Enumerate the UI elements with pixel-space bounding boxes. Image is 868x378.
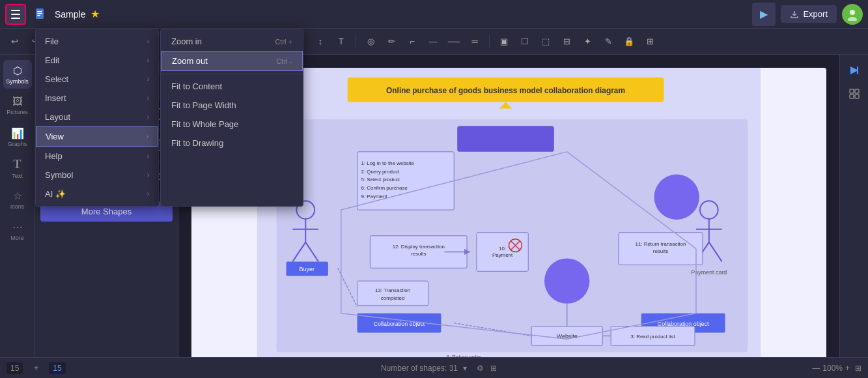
style-button[interactable]: ⊟: [557, 33, 576, 51]
sidebar-item-graphs[interactable]: 📊 Graphs: [3, 123, 32, 151]
pen-tool[interactable]: ✏: [382, 33, 400, 51]
menu-item-file[interactable]: File ›: [36, 32, 158, 51]
hamburger-icon: [11, 10, 20, 19]
svg-text:12: Display transaction: 12: Display transaction: [393, 244, 445, 250]
fit-content-label: Fit to Content: [171, 81, 222, 91]
fill-button[interactable]: ⬚: [537, 33, 555, 51]
svg-rect-90: [857, 66, 858, 74]
svg-text:Payment: Payment: [492, 252, 513, 258]
menu-select-label: Select: [45, 74, 68, 84]
menu-help-label: Help: [45, 151, 63, 161]
chevron-right-icon: ›: [147, 133, 148, 140]
chevron-right-icon: ›: [147, 190, 149, 197]
export-button[interactable]: Export: [781, 5, 837, 23]
user-avatar[interactable]: [842, 4, 863, 25]
sidebar-item-more[interactable]: ⋯ More: [3, 216, 32, 245]
menu-item-view[interactable]: View ›: [36, 126, 158, 147]
fit-whole-page-label: Fit to Whole Page: [171, 119, 238, 129]
chevron-right-icon: ›: [147, 57, 149, 64]
format-text-button[interactable]: T: [332, 33, 350, 51]
svg-rect-3: [37, 15, 40, 16]
chevron-right-icon: ›: [147, 171, 149, 179]
border-button[interactable]: ▣: [495, 33, 513, 51]
svg-text:3: Read product list: 3: Read product list: [630, 334, 675, 340]
sidebar-label-graphs: Graphs: [8, 141, 27, 147]
zoom-level: 100%: [822, 364, 843, 373]
page-label: 15: [10, 364, 19, 373]
play-button[interactable]: ▶: [752, 3, 776, 26]
layout-icon[interactable]: ⊞: [490, 364, 497, 373]
menu-item-edit[interactable]: Edit ›: [36, 51, 158, 70]
svg-text:results: results: [653, 249, 668, 255]
line-spacing-button[interactable]: ↕: [311, 33, 329, 51]
favorite-star[interactable]: ★: [91, 8, 100, 20]
sidebar-item-icons[interactable]: ☆ Icons: [3, 185, 32, 214]
fit-button[interactable]: ⊞: [855, 364, 861, 373]
zoom-out-item[interactable]: Zoom out Ctrl -: [161, 51, 303, 71]
menu-item-insert[interactable]: Insert ›: [36, 89, 158, 108]
svg-rect-31: [457, 126, 554, 152]
sidebar-label-text: Text: [12, 173, 23, 179]
shapes-menu-btn[interactable]: ▾: [463, 364, 467, 373]
edit-button[interactable]: ✎: [599, 33, 617, 51]
right-sidebar-btn-2[interactable]: [844, 83, 865, 104]
settings-icon[interactable]: ⚙: [472, 360, 488, 376]
svg-text:10:: 10:: [499, 246, 506, 252]
link-button[interactable]: ⊞: [641, 33, 659, 51]
submenu-separator: [161, 74, 303, 74]
shapes-count: Number of shapes: 31 ▾ ⚙ ⊞: [71, 360, 807, 376]
line-ends[interactable]: ═: [466, 33, 484, 51]
page-number-ctrl: 15: [7, 362, 23, 374]
svg-text:completed: completed: [381, 295, 405, 301]
fit-to-whole-page-item[interactable]: Fit to Whole Page: [161, 115, 303, 134]
fit-to-content-item[interactable]: Fit to Content: [161, 77, 303, 96]
zoom-minus[interactable]: —: [812, 364, 820, 373]
svg-text:Buyer: Buyer: [300, 266, 315, 272]
sidebar-item-pictures[interactable]: 🖼 Pictures: [3, 91, 32, 120]
main-menu: File › Edit › Select › Insert › Layout ›…: [35, 29, 159, 207]
undo-button[interactable]: ↩: [5, 33, 23, 51]
effect-button[interactable]: ✦: [578, 33, 596, 51]
menu-overlay: File › Edit › Select › Insert › Layout ›…: [35, 29, 303, 207]
shadow-button[interactable]: ☐: [516, 33, 534, 51]
menu-item-help[interactable]: Help ›: [36, 147, 158, 166]
svg-text:13: Transaction: 13: Transaction: [375, 287, 410, 293]
svg-rect-2: [37, 13, 42, 14]
line-style[interactable]: —: [424, 33, 442, 51]
zoom-in-kbd: Ctrl +: [275, 38, 292, 46]
line-style-2[interactable]: ──: [445, 33, 463, 51]
status-bar: 15 + 15 Number of shapes: 31 ▾ ⚙ ⊞ — 100…: [0, 357, 868, 378]
sidebar-label-symbols: Symbols: [6, 78, 29, 85]
zoom-ctrl: — 100% +: [812, 364, 850, 373]
zoom-in-item[interactable]: Zoom in Ctrl +: [161, 32, 303, 51]
hamburger-button[interactable]: [5, 4, 26, 25]
menu-item-layout[interactable]: Layout ›: [36, 108, 158, 126]
fit-to-page-width-item[interactable]: Fit to Page Width: [161, 96, 303, 115]
fit-drawing-label: Fit to Drawing: [171, 138, 223, 148]
shape-tool[interactable]: ◎: [361, 33, 380, 51]
chevron-right-icon: ›: [147, 94, 149, 102]
current-page: 15: [53, 364, 61, 373]
menu-item-select[interactable]: Select ›: [36, 70, 158, 89]
zoom-plus[interactable]: +: [845, 364, 850, 373]
svg-text:Online purchase of goods busin: Online purchase of goods business model …: [386, 86, 625, 95]
sidebar-item-text[interactable]: T Text: [3, 154, 32, 182]
left-sidebar: ⬡ Symbols 🖼 Pictures 📊 Graphs T Text ☆ I…: [0, 55, 35, 378]
svg-text:results: results: [411, 251, 426, 257]
chevron-right-icon: ›: [147, 113, 149, 121]
menu-item-symbol[interactable]: Symbol ›: [36, 166, 158, 184]
right-sidebar-btn-1[interactable]: [844, 60, 865, 81]
sidebar-item-symbols[interactable]: ⬡ Symbols: [3, 60, 32, 89]
add-page-button[interactable]: +: [27, 359, 45, 377]
svg-rect-93: [850, 94, 854, 98]
document-title: Sample: [55, 9, 85, 20]
fit-to-drawing-item[interactable]: Fit to Drawing: [161, 134, 303, 153]
toolbar-separator-4: [489, 35, 490, 48]
menu-edit-label: Edit: [45, 55, 59, 65]
connector-tool[interactable]: ⌐: [403, 33, 421, 51]
chevron-right-icon: ›: [147, 76, 149, 83]
graphs-icon: 📊: [11, 127, 24, 139]
lock-button[interactable]: 🔒: [620, 33, 638, 51]
sidebar-label-pictures: Pictures: [7, 109, 28, 115]
menu-item-ai[interactable]: AI ✨ ›: [36, 184, 158, 203]
